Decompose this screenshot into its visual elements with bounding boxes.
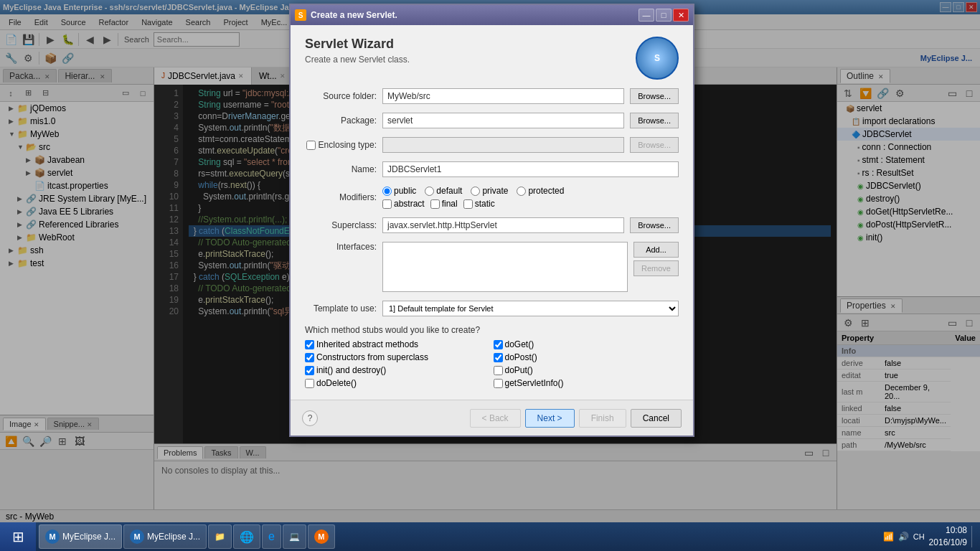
- finish-button[interactable]: Finish: [579, 409, 626, 428]
- package-row: Package: Browse...: [305, 113, 679, 128]
- check-dodelete[interactable]: [305, 379, 314, 388]
- tray-network: 📶: [883, 532, 894, 542]
- superclass-browse-btn[interactable]: Browse...: [630, 217, 679, 233]
- taskbar-myeclipse-btn[interactable]: M: [308, 524, 335, 549]
- wizard-logo: S: [636, 37, 679, 80]
- radio-default[interactable]: [425, 187, 434, 196]
- dialog-body: Servlet Wizard Create a new Servlet clas…: [291, 25, 693, 400]
- interfaces-add-btn[interactable]: Add...: [633, 242, 679, 258]
- check-init-destroy[interactable]: [305, 366, 314, 375]
- method-stubs-section: Which method stubs would you like to cre…: [305, 325, 679, 388]
- stub-dopost[interactable]: doPost(): [494, 352, 679, 362]
- ie-icon: e: [268, 530, 275, 543]
- tray-show-desktop[interactable]: [971, 526, 974, 547]
- check-static[interactable]: [463, 199, 473, 209]
- superclass-input[interactable]: [382, 217, 624, 233]
- enclosing-type-checkbox[interactable]: [306, 141, 316, 150]
- radio-protected[interactable]: [517, 187, 526, 196]
- taskbar-clock[interactable]: 10:08 2016/10/9: [929, 524, 967, 549]
- taskbar-item-1[interactable]: M MyEclipse J...: [39, 524, 122, 549]
- wizard-sub: Create a new Servlet class.: [305, 55, 410, 65]
- dialog-minimize-btn[interactable]: —: [639, 9, 654, 22]
- stub-init-destroy[interactable]: init() and destroy(): [305, 365, 491, 375]
- tray-language: CH: [913, 532, 925, 541]
- check-abstract[interactable]: [382, 199, 392, 209]
- name-input[interactable]: [382, 161, 679, 177]
- tray-volume: 🔊: [898, 532, 909, 542]
- modifier-static[interactable]: static: [463, 199, 495, 209]
- source-folder-browse-btn[interactable]: Browse...: [630, 88, 679, 104]
- template-row: Template to use: 1] Default template for…: [305, 301, 679, 316]
- stub-dodelete[interactable]: doDelete(): [305, 378, 491, 388]
- interfaces-row: Interfaces: Add... Remove: [305, 242, 679, 292]
- explorer-icon: 💻: [289, 532, 300, 542]
- modifier-abstract[interactable]: abstract: [382, 199, 425, 209]
- check-dopost[interactable]: [494, 353, 503, 362]
- chrome-icon: 🌐: [240, 530, 254, 544]
- stub-constructors[interactable]: Constructors from superclass: [305, 352, 491, 362]
- taskbar-myeclipse-icon2: M: [130, 529, 144, 544]
- interfaces-box: [382, 242, 628, 292]
- start-button[interactable]: ⊞: [0, 522, 36, 551]
- dialog-footer: ? < Back Next > Finish Cancel: [291, 400, 693, 435]
- dialog-title-icon: S: [295, 9, 306, 21]
- stub-doput[interactable]: doPut(): [494, 365, 679, 375]
- back-button[interactable]: < Back: [470, 409, 521, 428]
- enclosing-type-browse-btn[interactable]: Browse...: [630, 137, 679, 153]
- radio-private[interactable]: [471, 187, 480, 196]
- modifier-default[interactable]: default: [425, 186, 462, 196]
- enclosing-type-input[interactable]: [382, 137, 624, 153]
- taskbar-chrome[interactable]: 🌐: [233, 524, 260, 549]
- stub-getservletinfo[interactable]: getServletInfo(): [494, 378, 679, 388]
- dialog-close-btn[interactable]: ✕: [673, 9, 689, 22]
- package-label: Package:: [305, 116, 377, 126]
- taskbar-item-2[interactable]: M MyEclipse J...: [123, 524, 207, 549]
- taskbar-explorer2[interactable]: 💻: [283, 524, 306, 549]
- name-label: Name:: [305, 164, 377, 174]
- package-input[interactable]: [382, 113, 624, 128]
- template-select[interactable]: 1] Default template for Servlet: [382, 301, 679, 316]
- modifiers-label: Modifiers:: [305, 192, 377, 202]
- myeclipse-btn-icon: M: [314, 529, 329, 544]
- taskbar-myeclipse-icon: M: [45, 529, 60, 544]
- taskbar-ie[interactable]: e: [262, 524, 281, 549]
- interfaces-buttons: Add... Remove: [633, 242, 679, 276]
- check-doput[interactable]: [494, 366, 503, 375]
- cancel-button[interactable]: Cancel: [631, 409, 682, 428]
- radio-public[interactable]: [382, 187, 392, 196]
- source-folder-label: Source folder:: [305, 91, 377, 101]
- taskbar-tray: 📶 🔊 CH 10:08 2016/10/9: [877, 524, 980, 549]
- source-folder-input[interactable]: [382, 88, 624, 104]
- superclass-row: Superclass: Browse...: [305, 217, 679, 233]
- stub-doget[interactable]: doGet(): [494, 339, 679, 349]
- taskbar: ⊞ M MyEclipse J... M MyEclipse J... 📁 🌐 …: [0, 522, 980, 551]
- check-final[interactable]: [430, 199, 440, 209]
- superclass-label: Superclass:: [305, 220, 377, 230]
- enclosing-type-label-area: Enclosing type:: [305, 140, 377, 150]
- dialog-titlebar-controls: — □ ✕: [639, 9, 689, 22]
- modifier-public[interactable]: public: [382, 186, 416, 196]
- modifiers-radio-group: public default private protected: [382, 186, 679, 196]
- taskbar-file-explorer[interactable]: 📁: [208, 524, 232, 549]
- wizard-title: Servlet Wizard: [305, 37, 410, 52]
- modifier-extras-group: abstract final static: [382, 199, 679, 209]
- footer-buttons: < Back Next > Finish Cancel: [470, 409, 682, 428]
- modifier-protected[interactable]: protected: [517, 186, 564, 196]
- name-row: Name:: [305, 161, 679, 177]
- check-inherited[interactable]: [305, 340, 314, 349]
- modifier-private[interactable]: private: [471, 186, 508, 196]
- dialog-header-text: Servlet Wizard Create a new Servlet clas…: [305, 37, 410, 65]
- check-constructors[interactable]: [305, 353, 314, 362]
- next-button[interactable]: Next >: [525, 409, 575, 428]
- modifiers-area: public default private protected: [382, 186, 679, 209]
- check-doget[interactable]: [494, 340, 503, 349]
- stub-inherited[interactable]: Inherited abstract methods: [305, 339, 491, 349]
- dialog-maximize-btn[interactable]: □: [656, 9, 672, 22]
- help-button[interactable]: ?: [302, 410, 318, 426]
- method-stubs-title: Which method stubs would you like to cre…: [305, 325, 679, 335]
- interfaces-remove-btn[interactable]: Remove: [633, 260, 679, 276]
- modifier-final[interactable]: final: [430, 199, 458, 209]
- package-browse-btn[interactable]: Browse...: [630, 113, 679, 128]
- check-getservletinfo[interactable]: [494, 379, 503, 388]
- dialog-overlay: S Create a new Servlet. — □ ✕ Servlet Wi…: [0, 0, 980, 522]
